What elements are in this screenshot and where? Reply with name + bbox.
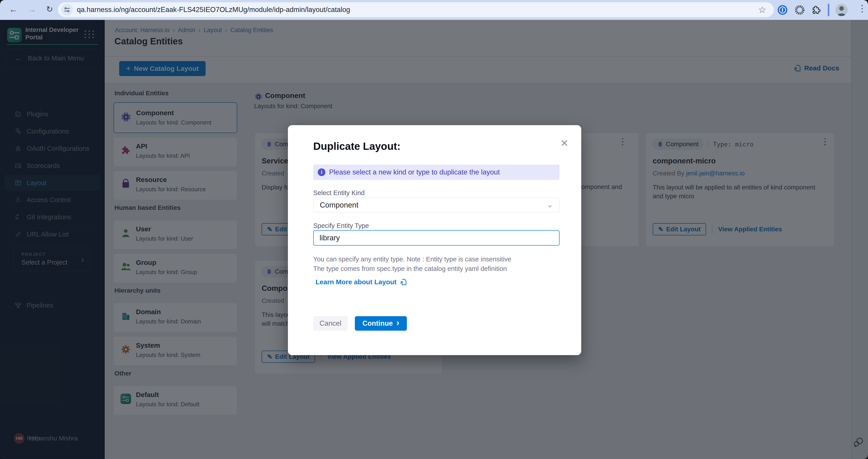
info-banner-text: Please select a new kind or type to dupl… — [329, 168, 500, 176]
screen: ← → ↻ qa.harness.io/ng/account/zEaak-FLS… — [0, 0, 868, 459]
info-banner: i Please select a new kind or type to du… — [313, 165, 560, 180]
browser-menu-icon[interactable]: ⋮ — [858, 3, 867, 13]
spinner-extension-icon[interactable] — [794, 4, 806, 16]
screen-corner — [0, 455, 4, 459]
password-manager-extension-icon[interactable] — [776, 4, 789, 16]
profile-indicator-bar — [828, 4, 829, 16]
cancel-button[interactable]: Cancel — [313, 316, 348, 331]
duplicate-layout-modal: Duplicate Layout: ✕ i Please select a ne… — [288, 125, 581, 355]
entity-type-input[interactable] — [313, 230, 560, 246]
learn-more-link[interactable]: Learn More about Layout — [315, 278, 407, 286]
doc-arrow-icon — [400, 278, 407, 286]
help-text-line1: You can specify any entity type. Note : … — [313, 256, 512, 263]
screen-corner — [0, 0, 4, 4]
entity-kind-label: Select Entity Kind — [313, 189, 365, 197]
close-icon[interactable]: ✕ — [560, 137, 568, 149]
modal-title: Duplicate Layout: — [313, 140, 401, 152]
extensions-puzzle-icon[interactable] — [810, 4, 823, 16]
info-icon: i — [318, 168, 326, 176]
screen-corner — [864, 455, 868, 459]
entity-kind-value: Component — [320, 201, 359, 209]
browser-toolbar: ← → ↻ qa.harness.io/ng/account/zEaak-FLS… — [0, 0, 868, 20]
address-bar[interactable]: qa.harness.io/ng/account/zEaak-FLS425IEO… — [58, 2, 774, 17]
site-info-icon[interactable] — [61, 4, 73, 16]
browser-forward-icon[interactable]: → — [28, 4, 36, 14]
url-text[interactable]: qa.harness.io/ng/account/zEaak-FLS425IEO… — [77, 6, 350, 14]
screen-corner — [864, 0, 868, 4]
chevron-right-icon: › — [397, 318, 399, 328]
browser-profile-avatar[interactable] — [835, 4, 848, 16]
help-text-line2: The type comes from spec.type in the cat… — [313, 265, 507, 272]
browser-reload-icon[interactable]: ↻ — [46, 4, 53, 14]
browser-back-icon[interactable]: ← — [9, 4, 18, 14]
bookmark-star-icon[interactable]: ☆ — [758, 4, 766, 15]
continue-button[interactable]: Continue › — [355, 316, 407, 331]
entity-type-label: Specify Entity Type — [313, 222, 369, 229]
chevron-down-icon: ⌄ — [547, 200, 553, 209]
entity-kind-select[interactable]: Component ⌄ — [313, 197, 560, 212]
